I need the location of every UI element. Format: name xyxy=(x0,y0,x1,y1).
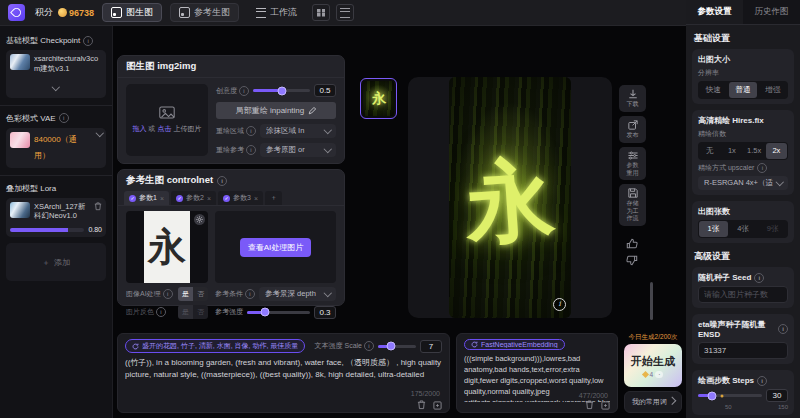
seed-input[interactable] xyxy=(698,286,788,303)
close-icon[interactable]: × xyxy=(254,195,258,202)
ref-strength-value[interactable]: 0.3 xyxy=(314,306,336,319)
lora-weight-slider[interactable]: 0.80 xyxy=(10,226,102,233)
invert-toggle[interactable]: 是 否 xyxy=(178,305,208,319)
lora-weight-track[interactable] xyxy=(10,228,84,232)
positive-prompt-input[interactable]: ((竹子)), in a blooming garden, (fresh and… xyxy=(125,357,442,399)
reuse-params-button[interactable]: 参数重用 xyxy=(619,147,646,180)
resolution-normal[interactable]: 普通 xyxy=(729,82,758,98)
image-info-icon[interactable]: i xyxy=(553,298,566,311)
save-workflow-button[interactable]: 存储为工作流 xyxy=(619,184,646,226)
controlnet-tab-2[interactable]: ✓ 参数2 × xyxy=(171,191,216,205)
close-icon[interactable]: × xyxy=(160,195,164,202)
hires-2x[interactable]: 2x xyxy=(766,143,787,159)
redraw-ref-select[interactable]: 参考原图 or xyxy=(260,143,336,157)
checkpoint-card[interactable]: xsarchitecturalv3com建筑v3.1 xyxy=(6,50,106,98)
text-scale-slider[interactable] xyxy=(378,345,416,348)
upload-click-label[interactable]: 点击 xyxy=(157,125,171,132)
app-logo[interactable] xyxy=(8,4,25,21)
credits-value[interactable]: 96738 xyxy=(69,8,94,18)
lora-name: XSArchi_127新科幻Neov1.0 xyxy=(34,202,90,222)
upscaler-label-group: 精绘方式 upscaler i xyxy=(698,163,788,173)
count-9[interactable]: 9张 xyxy=(758,221,787,237)
hires-1-5x[interactable]: 1.5x xyxy=(744,143,765,159)
chevron-down-icon xyxy=(52,83,60,91)
publish-button[interactable]: 发布 xyxy=(619,116,646,143)
image-icon xyxy=(159,106,175,119)
view-ai-image-button[interactable]: 查看AI处理图片 xyxy=(240,238,312,257)
toggle-no[interactable]: 否 xyxy=(193,305,208,319)
tab-workflow[interactable]: 工作流 xyxy=(247,3,306,22)
tab-parameters[interactable]: 参数设置 xyxy=(686,0,743,24)
info-icon: i xyxy=(778,324,788,334)
add-lora-button[interactable]: ＋ 添加 xyxy=(6,243,106,281)
steps-max: 150 xyxy=(778,404,788,410)
checkpoint-expand[interactable] xyxy=(10,76,102,94)
toggle-yes[interactable]: 是 xyxy=(178,287,193,301)
gear-icon[interactable] xyxy=(194,214,205,225)
ensd-input[interactable] xyxy=(698,342,788,359)
close-icon[interactable]: × xyxy=(207,195,211,202)
chevron-down-icon[interactable] xyxy=(95,128,103,136)
count-1[interactable]: 1张 xyxy=(699,221,728,237)
toggle-no[interactable]: 否 xyxy=(193,287,208,301)
controlnet-tab-3[interactable]: ✓ 参数3 × xyxy=(218,191,263,205)
tab-history[interactable]: 历史作图 xyxy=(743,0,800,24)
clear-prompt-icon[interactable] xyxy=(417,400,426,410)
list-view-button[interactable] xyxy=(336,4,354,21)
inpainting-button-label: 局部重绘 inpainting xyxy=(236,105,304,116)
controlnet-add-tab[interactable]: ＋ xyxy=(265,191,282,205)
download-button[interactable]: 下载 xyxy=(619,85,646,112)
chevron-down-icon xyxy=(775,178,783,186)
toggle-yes[interactable]: 是 xyxy=(178,305,193,319)
cost-badge: · xyxy=(655,371,663,378)
save-negative-icon[interactable] xyxy=(601,401,610,410)
denoise-value[interactable]: 0.5 xyxy=(314,84,336,97)
vae-card[interactable]: 840000（通用） xyxy=(6,128,106,168)
result-thumbnail[interactable]: 永 xyxy=(360,78,397,119)
denoise-slider[interactable] xyxy=(253,89,310,92)
ensd-card: eta噪声种子随机量 ENSD i xyxy=(692,314,794,364)
hires-none[interactable]: 无 xyxy=(699,143,720,159)
tab-reference-gen[interactable]: 参考生图 xyxy=(170,3,239,22)
common-words-button[interactable]: 我的常用词 xyxy=(624,391,682,413)
save-prompt-icon[interactable] xyxy=(433,401,442,410)
translate-tags-pill[interactable]: 盛开的花园, 竹子, 清新, 水面, 肖像, 动作, 最佳质量 xyxy=(125,339,305,353)
resolution-fast[interactable]: 快速 xyxy=(699,82,728,98)
count-4[interactable]: 4张 xyxy=(729,221,758,237)
upscaler-label: 精绘方式 upscaler xyxy=(698,163,754,173)
lora-card[interactable]: XSArchi_127新科幻Neov1.0 0.80 xyxy=(6,198,106,238)
controlnet-tab-1[interactable]: ✓ 参数1 × xyxy=(124,191,169,205)
hires-1x[interactable]: 1x xyxy=(721,143,742,159)
image-icon xyxy=(179,7,190,18)
delete-lora-icon[interactable] xyxy=(94,202,102,211)
thumbs-up-icon[interactable] xyxy=(626,238,638,250)
controlnet-reference-image[interactable]: 永 xyxy=(126,211,208,283)
upscaler-select[interactable]: R-ESRGAN 4x+（适合多种风 xyxy=(698,176,788,190)
canvas-scrollbar[interactable] xyxy=(650,282,653,320)
tab-img2img[interactable]: 图生图 xyxy=(102,3,162,22)
image-upload-dropzone[interactable]: 拖入 或 点击 上传图片 xyxy=(126,84,208,156)
thumbs-down-icon[interactable] xyxy=(626,254,638,266)
redraw-area-select[interactable]: 涂抹区域 In xyxy=(260,124,336,138)
negative-embedding-pill[interactable]: FastNegativeEmbedding xyxy=(464,339,565,350)
steps-slider[interactable] xyxy=(698,394,762,397)
ref-condition-select[interactable]: 参考景深 depth xyxy=(259,287,336,301)
generate-button[interactable]: 开始生成 4 · xyxy=(624,344,682,387)
steps-title-group: 绘画步数 Steps i xyxy=(698,375,788,386)
generated-image[interactable]: 永 i xyxy=(449,77,571,318)
resolution-enhanced[interactable]: 增强 xyxy=(758,82,787,98)
checkpoint-section-label: 基础模型 Checkpoint i xyxy=(6,35,106,46)
checkpoint-thumbnail xyxy=(10,54,30,70)
text-scale-value[interactable]: 7 xyxy=(420,340,442,353)
ai-preprocess-toggle[interactable]: 是 否 xyxy=(178,287,208,301)
info-icon: i xyxy=(59,113,69,123)
menu-icon xyxy=(340,8,350,18)
redraw-ref-value: 参考原图 or xyxy=(266,145,321,155)
clear-negative-icon[interactable] xyxy=(585,400,594,410)
ref-strength-slider[interactable] xyxy=(247,311,310,314)
plus-icon: ＋ xyxy=(42,257,50,268)
grid-view-button[interactable] xyxy=(312,4,330,21)
steps-value[interactable]: 30 xyxy=(766,389,788,402)
inpainting-button[interactable]: 局部重绘 inpainting xyxy=(216,102,336,119)
plus-icon: ＋ xyxy=(270,193,277,203)
